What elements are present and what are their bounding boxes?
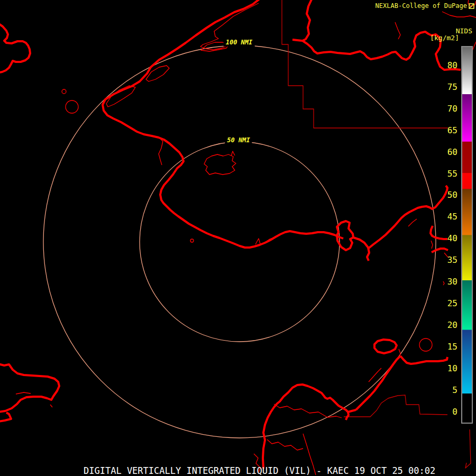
colorbar-tick-label: 30 <box>431 278 457 286</box>
colorbar-tick-label: 20 <box>431 321 457 329</box>
radar-map-canvas <box>0 0 476 476</box>
nw-blob-coastline <box>0 24 30 72</box>
ne-thin-river <box>442 12 476 17</box>
bottom-bay-outline <box>263 385 356 469</box>
bay-channel-1 <box>274 404 342 418</box>
product-caption: DIGITAL VERTICALLY INTEGRATED LIQUID (VI… <box>84 465 435 476</box>
colorbar-tick-label: 0 <box>431 408 457 416</box>
small-pond-a <box>62 89 66 94</box>
geography-outlines <box>0 0 476 475</box>
attribution-text: NEXLAB-College of DuPage <box>376 2 467 10</box>
east-river-horizontal <box>400 356 447 364</box>
colorbar-tick-label: 65 <box>431 126 457 135</box>
colorbar-tick-label: 15 <box>431 343 457 351</box>
east-pond <box>419 338 432 351</box>
right-edge-sliver <box>472 42 476 51</box>
inland-bay <box>204 151 236 175</box>
attribution-header: NEXLAB-College of DuPage <box>376 2 474 10</box>
color-scale-gradient <box>462 47 472 423</box>
range-ring-50nmi <box>140 142 340 342</box>
radar-display: 100 NMI50 NMI NEXLAB-College of DuPage N… <box>0 0 476 476</box>
county-boundary-ne <box>282 0 448 128</box>
coast-bend-detail <box>158 136 163 165</box>
units-label: [kg/m2] <box>430 34 459 42</box>
county-boundary-edge <box>465 429 471 468</box>
colorbar-tick-label: 40 <box>431 234 457 243</box>
colorbar-tick-label: 35 <box>431 256 457 264</box>
color-scale-bar <box>461 46 473 424</box>
colorbar-tick-label: 50 <box>431 191 457 199</box>
colorbar-tick-label: 25 <box>431 299 457 308</box>
ne-river-branch <box>292 40 302 41</box>
colorbar-tick-label: 45 <box>431 213 457 221</box>
colorbar-tick-label: 55 <box>431 170 457 178</box>
ne-river-detail <box>395 22 400 39</box>
bottom-bay-inlet <box>346 412 349 420</box>
colorbar-tick-label: 60 <box>431 148 457 157</box>
east-lake <box>374 340 397 353</box>
river-south <box>353 237 369 261</box>
ne-diag-detail <box>408 219 417 226</box>
tiny-islet <box>190 239 194 242</box>
east-hook-b <box>432 249 448 252</box>
sw-diagonal-coast <box>356 356 400 410</box>
range-ring-label: 100 NMI <box>224 38 255 47</box>
bay-channel-2 <box>267 440 303 450</box>
small-pond-b <box>66 100 78 113</box>
colorbar-tick-label: 70 <box>431 105 457 113</box>
range-ring-label: 50 NMI <box>225 136 252 144</box>
colorbar-tick-label: 80 <box>431 61 457 70</box>
college-of-dupage-logo-icon <box>469 3 474 9</box>
colorbar-tick-label: 5 <box>431 386 457 395</box>
colorbar-tick-label: 10 <box>431 364 457 373</box>
colorbar-tick-label: 75 <box>431 83 457 91</box>
sw-island-hook <box>0 413 11 422</box>
